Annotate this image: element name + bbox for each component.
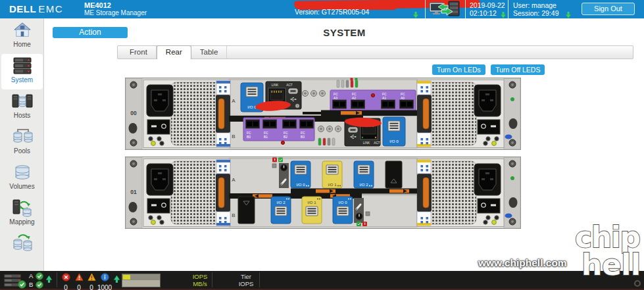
enclosure-00-graphic[interactable]: 00AI/O 0LINKACTFCA3FCA2FCA1FCA0BFCB0FCB1… <box>125 78 521 150</box>
controller-a-ok-icon <box>36 272 43 280</box>
svg-text:I/O 0: I/O 0 <box>389 139 399 143</box>
error-events[interactable]: 0 <box>72 272 86 290</box>
info-count: 1000 <box>97 284 112 290</box>
events-expand-arrow[interactable] <box>112 274 121 286</box>
sidebar-item-label: Volumes <box>0 183 44 190</box>
tier-label-line1: Tier <box>232 273 260 280</box>
info-events[interactable]: 1000 <box>97 272 112 290</box>
warning-events[interactable]: 0 <box>85 272 98 290</box>
watermark-url: www.chiphell.com <box>478 257 567 269</box>
topbar-divider <box>425 0 426 18</box>
controller-a-label: A <box>29 272 34 279</box>
svg-text:LINK: LINK <box>272 84 279 87</box>
sidebar-item-pools[interactable]: Pools <box>0 125 44 160</box>
sidebar-item-home[interactable]: Home <box>0 18 44 54</box>
dell-brand-text: DELL <box>9 3 36 14</box>
pools-icon <box>0 127 44 147</box>
sidebar-item-volumes[interactable]: Volumes <box>0 160 44 196</box>
status-bar: A B 0 0 0 <box>0 271 644 290</box>
svg-text:I/O 0: I/O 0 <box>338 201 347 205</box>
tier-iops-panel[interactable]: Tier IOPS <box>232 273 260 287</box>
emc-brand-text: EMC <box>38 3 63 14</box>
iops-panel[interactable]: IOPS MB/s <box>186 273 214 287</box>
sign-out-button[interactable]: Sign Out <box>582 3 635 15</box>
sidebar-item-label: Mapping <box>0 218 44 226</box>
me-storage-manager-screen: DELLEMC ME4012 ME Storage Manager Versio… <box>0 0 644 290</box>
mapping-icon <box>0 198 44 218</box>
sidebar-item-label: Home <box>0 41 44 48</box>
statusbar-divider <box>57 272 57 287</box>
svg-text:B: B <box>232 212 235 218</box>
svg-text:B3: B3 <box>301 135 305 139</box>
svg-text:I/O 2: I/O 2 <box>359 183 368 187</box>
critical-count: 0 <box>59 284 72 290</box>
topbar-divider <box>508 0 508 18</box>
sidebar-item-label: System <box>1 76 43 84</box>
tab-front[interactable]: Front <box>121 46 157 59</box>
svg-text:B1: B1 <box>264 135 268 139</box>
health-expand-arrow[interactable] <box>45 274 53 286</box>
psu-right <box>417 159 504 227</box>
statusbar-divider <box>212 272 212 287</box>
statusbar-divider <box>259 272 260 287</box>
minimap-highlight <box>123 275 130 279</box>
tab-rear[interactable]: Rear <box>157 45 191 59</box>
psu-left <box>143 159 230 227</box>
svg-text:ACT: ACT <box>374 141 380 145</box>
svg-text:B: B <box>232 133 235 139</box>
iops-label-line1: IOPS <box>186 273 214 280</box>
top-bar: DELLEMC ME4012 ME Storage Manager Versio… <box>0 0 644 18</box>
svg-text:A: A <box>232 177 235 183</box>
svg-text:ACT: ACT <box>286 84 293 87</box>
error-icon <box>75 273 84 281</box>
session-label: Session: 29:49 <box>513 10 558 18</box>
critical-events[interactable]: 0 <box>59 272 72 290</box>
enclosure-00-rear-view[interactable]: 00AI/O 0LINKACTFCA3FCA2FCA1FCA0BFCB0FCB1… <box>125 78 521 150</box>
turn-on-leds-button[interactable]: Turn On LEDs <box>432 64 485 75</box>
sidebar-item-system[interactable]: System <box>1 54 43 89</box>
svg-text:A0: A0 <box>401 96 405 100</box>
chiphell-logo-bottom: hell <box>582 248 639 281</box>
system-icon <box>1 56 43 76</box>
svg-text:I/O 0: I/O 0 <box>296 183 305 187</box>
topbar-divider <box>465 0 466 18</box>
chiphell-logo: chip hell <box>572 217 643 290</box>
psu-right <box>417 80 504 148</box>
svg-text:I/O 2: I/O 2 <box>276 201 285 205</box>
datetime-expand-arrow[interactable] <box>499 10 507 22</box>
enclosure-01-rear-view[interactable]: 01AI/O 0I/O 1I/O 2BI/O 2I/O 1I/O 0 <box>125 157 521 229</box>
svg-text:A: A <box>232 98 235 104</box>
product-title: ME4012 ME Storage Manager <box>84 1 147 17</box>
volumes-icon <box>0 162 44 182</box>
psu-left <box>143 80 230 148</box>
app-name: ME Storage Manager <box>84 9 147 17</box>
svg-text:00: 00 <box>130 110 137 116</box>
sidebar-item-replication[interactable] <box>0 231 44 267</box>
error-count: 0 <box>72 284 86 290</box>
date-label: 2019-09-22 <box>470 2 505 10</box>
svg-text:01: 01 <box>130 189 137 195</box>
version-expand-arrow[interactable] <box>412 10 420 22</box>
controller-b-label: B <box>29 281 34 288</box>
enclosure-health-icon <box>4 274 26 287</box>
info-icon <box>101 273 109 281</box>
sidebar-item-label: Hosts <box>0 112 44 119</box>
svg-text:LINK: LINK <box>363 141 370 145</box>
svg-text:A3: A3 <box>334 96 337 100</box>
main-content: Action SYSTEM Front Rear Table Turn On L… <box>45 18 644 271</box>
svg-text:A2: A2 <box>352 96 356 100</box>
enclosure-minimap[interactable] <box>122 274 161 287</box>
sidebar-item-mapping[interactable]: Mapping <box>0 196 44 231</box>
enclosure-01-graphic[interactable]: 01AI/O 0I/O 1I/O 2BI/O 2I/O 1I/O 0 <box>125 157 521 229</box>
session-expand-arrow[interactable] <box>564 10 572 22</box>
warning-count: 0 <box>85 284 98 290</box>
host-connectivity-icon[interactable] <box>428 1 461 20</box>
user-session-panel: User: manage Session: 29:49 <box>513 2 558 17</box>
sidebar-item-hosts[interactable]: Hosts <box>0 89 44 125</box>
tab-table[interactable]: Table <box>191 46 228 59</box>
svg-text:B2: B2 <box>284 135 287 139</box>
model-name: ME4012 <box>84 1 147 9</box>
iops-label-line2: MB/s <box>186 280 214 287</box>
turn-off-leds-button[interactable]: Turn Off LEDS <box>491 64 545 75</box>
user-label: User: manage <box>513 2 558 10</box>
